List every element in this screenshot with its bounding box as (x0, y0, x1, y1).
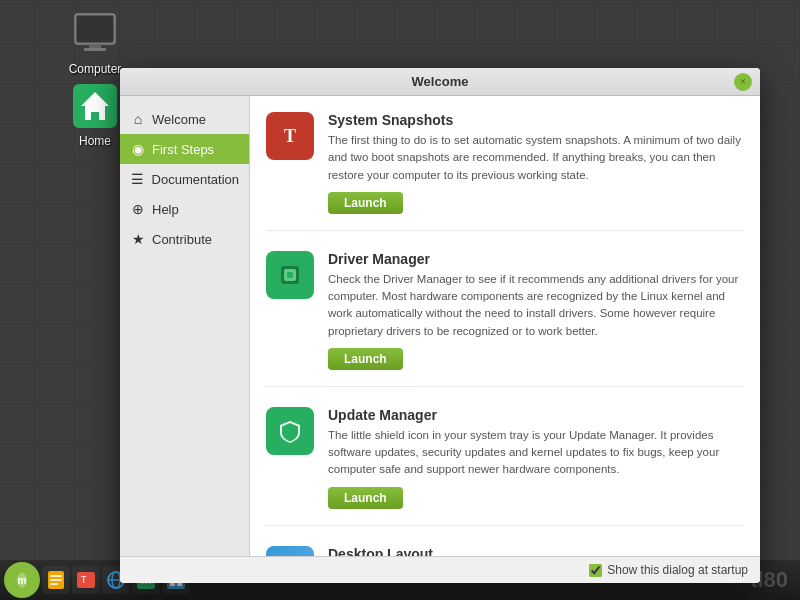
snapshots-icon: T (266, 112, 314, 160)
driver-manager-description: Check the Driver Manager to see if it re… (328, 271, 744, 340)
sidebar-item-help[interactable]: ⊕ Help (120, 194, 249, 224)
help-icon: ⊕ (130, 201, 146, 217)
desktop-layout-title: Desktop Layout (328, 546, 744, 557)
svg-text:T: T (284, 126, 296, 146)
welcome-icon: ⌂ (130, 111, 146, 127)
snapshots-title: System Snapshots (328, 112, 744, 128)
taskbar-terminal-button[interactable]: T (72, 566, 100, 594)
driver-manager-icon (266, 251, 314, 299)
snapshots-content: System Snapshots The first thing to do i… (328, 112, 744, 214)
home-icon-label: Home (79, 134, 111, 148)
dialog-footer: Show this dialog at startup (120, 556, 760, 583)
svg-rect-19 (50, 579, 62, 581)
dialog-title: Welcome (412, 74, 469, 89)
contribute-icon: ★ (130, 231, 146, 247)
update-manager-icon (266, 407, 314, 455)
svg-rect-12 (276, 556, 304, 557)
update-manager-title: Update Manager (328, 407, 744, 423)
snapshots-description: The first thing to do is to set automati… (328, 132, 744, 184)
svg-rect-18 (50, 575, 62, 577)
show-at-startup-label[interactable]: Show this dialog at startup (589, 563, 748, 577)
show-at-startup-text: Show this dialog at startup (607, 563, 748, 577)
driver-manager-launch-button[interactable]: Launch (328, 348, 403, 370)
computer-icon-img (71, 10, 119, 58)
desktop-icon-computer[interactable]: Computer (55, 10, 135, 76)
dialog-titlebar: Welcome × (120, 68, 760, 96)
dialog-content: T System Snapshots The first thing to do… (250, 96, 760, 556)
first-steps-icon: ◉ (130, 141, 146, 157)
update-manager-content: Update Manager The little shield icon in… (328, 407, 744, 509)
svg-rect-1 (77, 16, 113, 42)
show-at-startup-checkbox[interactable] (589, 564, 602, 577)
svg-text:T: T (81, 575, 87, 585)
svg-text:m: m (18, 575, 27, 586)
sidebar-item-welcome[interactable]: ⌂ Welcome (120, 104, 249, 134)
desktop-layout-content: Desktop Layout Choose your favorite desk… (328, 546, 744, 557)
sidebar-item-contribute-label: Contribute (152, 232, 212, 247)
driver-manager-title: Driver Manager (328, 251, 744, 267)
sidebar-item-contribute[interactable]: ★ Contribute (120, 224, 249, 254)
dialog-body: ⌂ Welcome ◉ First Steps ☰ Documentation … (120, 96, 760, 556)
svg-rect-3 (84, 48, 106, 51)
driver-manager-section: Driver Manager Check the Driver Manager … (266, 251, 744, 387)
svg-rect-10 (287, 272, 293, 278)
update-manager-section: Update Manager The little shield icon in… (266, 407, 744, 526)
desktop-layout-section: Desktop Layout Choose your favorite desk… (266, 546, 744, 557)
svg-rect-20 (50, 583, 58, 585)
welcome-dialog: Welcome × ⌂ Welcome ◉ First Steps ☰ Docu… (120, 68, 760, 583)
snapshots-launch-button[interactable]: Launch (328, 192, 403, 214)
sidebar-item-first-steps-label: First Steps (152, 142, 214, 157)
sidebar-item-first-steps[interactable]: ◉ First Steps (120, 134, 249, 164)
taskbar-files-button[interactable] (42, 566, 70, 594)
dialog-close-button[interactable]: × (734, 73, 752, 91)
documentation-icon: ☰ (130, 171, 146, 187)
home-icon-img (71, 82, 119, 130)
mint-menu-button[interactable]: m (4, 562, 40, 598)
sidebar-item-welcome-label: Welcome (152, 112, 206, 127)
dialog-sidebar: ⌂ Welcome ◉ First Steps ☰ Documentation … (120, 96, 250, 556)
computer-icon-label: Computer (69, 62, 122, 76)
sidebar-item-documentation-label: Documentation (152, 172, 239, 187)
update-manager-description: The little shield icon in your system tr… (328, 427, 744, 479)
sidebar-item-help-label: Help (152, 202, 179, 217)
sidebar-item-documentation[interactable]: ☰ Documentation (120, 164, 249, 194)
desktop-layout-icon (266, 546, 314, 557)
driver-manager-content: Driver Manager Check the Driver Manager … (328, 251, 744, 370)
snapshots-section: T System Snapshots The first thing to do… (266, 112, 744, 231)
update-manager-launch-button[interactable]: Launch (328, 487, 403, 509)
